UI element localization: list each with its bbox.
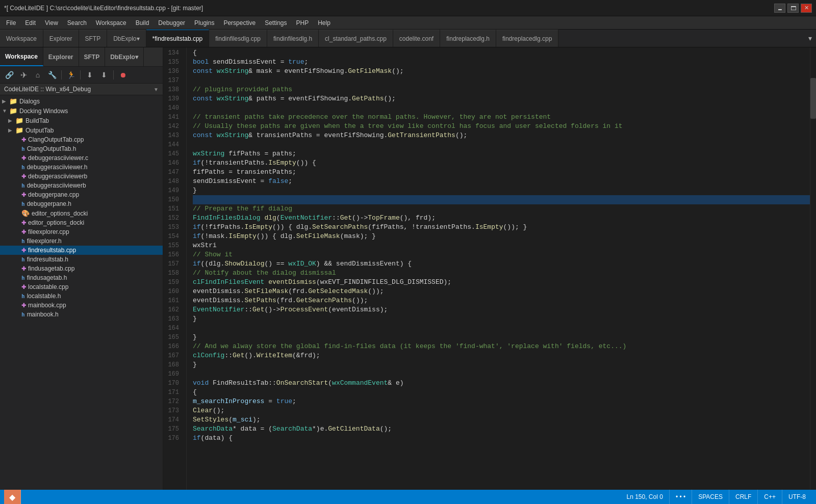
code-container: 1341351361371381391401411421431441451461… <box>163 47 816 490</box>
tree-item-findusagetab-h[interactable]: hfindusagetab.h <box>0 273 163 282</box>
minimize-button[interactable]: 🗕 <box>774 4 785 13</box>
menu-item-plugins[interactable]: Plugins <box>190 18 218 28</box>
tree-item-debuggerasciiviewer-c[interactable]: ✚debuggerasciiviewer.c <box>0 153 163 163</box>
tree-item-docking-windows[interactable]: ▼📁Docking Windows <box>0 106 163 116</box>
h-file-icon: h <box>21 311 25 318</box>
tab-codelite-conf[interactable]: codelite.conf <box>393 30 440 47</box>
workspace-dropdown[interactable]: CodeLiteIDE :: Win_x64_Debug ▼ <box>0 84 163 95</box>
menu-item-debugger[interactable]: Debugger <box>154 18 189 28</box>
tab-findinfilesdlg-h[interactable]: findinfilesdlg.h <box>267 30 319 47</box>
menu-item-search[interactable]: Search <box>63 18 91 28</box>
tree-item-label: mainbook.cpp <box>28 302 66 309</box>
tab-findreplacedlg-cpp[interactable]: findreplacedlg.cpp <box>496 30 558 47</box>
separator-3 <box>113 70 114 79</box>
tab-more-button[interactable]: ▾ <box>804 30 816 47</box>
code-line: // transient paths take precedence over … <box>193 113 810 122</box>
tree-item-fileexplorer-h[interactable]: hfileexplorer.h <box>0 236 163 246</box>
tree-item-outputtab[interactable]: ▶📁OutputTab <box>0 125 163 135</box>
tree-item-editor-options-docki[interactable]: 🎨editor_options_docki <box>0 208 163 218</box>
menu-item-edit[interactable]: Edit <box>21 18 40 28</box>
tree-item-clangoutputtab-h[interactable]: hClangOutputTab.h <box>0 144 163 153</box>
dots-status: • • • <box>670 490 692 504</box>
tree-item-label: ClangOutputTab.h <box>27 145 76 152</box>
tab--findresultstab-cpp[interactable]: *findresultstab.cpp <box>146 30 210 47</box>
menu-item-perspective[interactable]: Perspective <box>219 18 260 28</box>
maximize-button[interactable]: 🗖 <box>787 4 799 13</box>
tree-item-localstable-h[interactable]: hlocalstable.h <box>0 291 163 301</box>
tree-item-findusagetab-cpp[interactable]: ✚findusagetab.cpp <box>0 264 163 273</box>
run-icon[interactable]: 🏃 <box>65 69 77 81</box>
menu-item-file[interactable]: File <box>2 18 20 28</box>
cpp-file-icon: ✚ <box>21 192 26 198</box>
scrollbar[interactable] <box>810 47 816 490</box>
cpp-file-icon: ✚ <box>21 284 26 290</box>
scroll-thumb[interactable] <box>810 78 816 119</box>
menu-item-workspace[interactable]: Workspace <box>92 18 131 28</box>
stop-icon[interactable]: ⏺ <box>117 69 129 81</box>
tab-workspace[interactable]: Workspace <box>0 30 43 47</box>
code-line: } <box>193 360 810 369</box>
tree-item-fileexplorer-cpp[interactable]: ✚fileexplorer.cpp <box>0 227 163 236</box>
tree-item-label: editor_options_docki <box>28 219 84 226</box>
home-icon[interactable]: ⌂ <box>32 69 44 81</box>
menu-item-view[interactable]: View <box>41 18 62 28</box>
menu-item-help[interactable]: Help <box>314 18 335 28</box>
line-number: 138 <box>163 85 183 94</box>
multi-file-icon: 🎨 <box>21 209 30 217</box>
send-icon[interactable]: ✈ <box>17 69 30 81</box>
line-number: 144 <box>163 140 183 149</box>
tree-item-debuggerpane-cpp[interactable]: ✚debuggerpane.cpp <box>0 190 163 199</box>
code-line <box>193 76 810 85</box>
tab-cl-standard-paths-cpp[interactable]: cl_standard_paths.cpp <box>319 30 393 47</box>
tree-item-debuggerasciiviewerb[interactable]: ✚debuggerasciiviewerb <box>0 172 163 181</box>
tree-item-label: findresultstab.cpp <box>28 247 76 254</box>
tree-item-editor-options-docki[interactable]: ✚editor_options_docki <box>0 218 163 227</box>
line-number: 148 <box>163 177 183 186</box>
lang-status: C++ <box>758 490 782 504</box>
tab-dbexplo[interactable]: DbExplo▾ <box>105 47 144 66</box>
menu-item-settings[interactable]: Settings <box>261 18 291 28</box>
link-icon[interactable]: 🔗 <box>3 69 15 81</box>
code-line <box>193 103 810 113</box>
line-number: 176 <box>163 434 183 443</box>
tab-workspace[interactable]: Workspace <box>0 47 43 66</box>
editor-area: 1341351361371381391401411421431441451461… <box>163 47 816 490</box>
tab-sftp[interactable]: SFTP <box>79 30 108 47</box>
line-number: 165 <box>163 333 183 342</box>
tab-findreplacedlg-h[interactable]: findreplacedlg.h <box>440 30 496 47</box>
tab-explorer[interactable]: Explorer <box>43 30 79 47</box>
tab-findinfilesdlg-cpp[interactable]: findinfilesdlg.cpp <box>209 30 267 47</box>
tree-item-mainbook-h[interactable]: hmainbook.h <box>0 310 163 319</box>
tree-item-findresultstab-cpp[interactable]: ✚findresultstab.cpp <box>0 246 163 255</box>
tree-item-findresultstab-h[interactable]: hfindresultstab.h <box>0 255 163 264</box>
git-icon: ◆ <box>9 492 15 502</box>
download2-icon[interactable]: ⬇ <box>98 69 110 81</box>
tab-explorer[interactable]: Explorer <box>43 47 79 66</box>
title-bar-controls: 🗕 🗖 ✕ <box>774 4 812 13</box>
cpp-file-icon: ✚ <box>21 302 26 309</box>
tree-item-label: debuggerasciiviewerb <box>28 173 87 180</box>
tree-item-debuggerasciiviewerb[interactable]: hdebuggerasciiviewerb <box>0 181 163 190</box>
tree-item-debuggerasciiviewer-h[interactable]: hdebuggerasciiviewer.h <box>0 163 163 172</box>
tree-item-mainbook-cpp[interactable]: ✚mainbook.cpp <box>0 301 163 310</box>
download-icon[interactable]: ⬇ <box>84 69 96 81</box>
tree-item-dialogs[interactable]: ▶📁Dialogs <box>0 96 163 106</box>
close-button[interactable]: ✕ <box>801 4 812 13</box>
tree-item-debuggerpane-h[interactable]: hdebuggerpane.h <box>0 199 163 208</box>
title-bar-text: *[ CodeLiteIDE ] C:\src\codelite\LiteEdi… <box>4 5 203 12</box>
tree-item-clangoutputtab-cpp[interactable]: ✚ClangOutputTab.cpp <box>0 135 163 144</box>
tree-item-localstable-cpp[interactable]: ✚localstable.cpp <box>0 282 163 291</box>
tab-dbexplo-[interactable]: DbExplo▾ <box>107 30 146 47</box>
line-number: 162 <box>163 305 183 314</box>
code-line: const wxString& transientPaths = eventFi… <box>193 131 810 140</box>
settings-icon[interactable]: 🔧 <box>46 69 58 81</box>
tree-item-buildtab[interactable]: ▶📁BuildTab <box>0 116 163 125</box>
menu-item-build[interactable]: Build <box>132 18 154 28</box>
cpp-file-icon: ✚ <box>21 247 26 254</box>
h-file-icon: h <box>21 275 25 281</box>
line-number: 164 <box>163 324 183 333</box>
separator-1 <box>61 70 62 79</box>
tab-sftp[interactable]: SFTP <box>79 47 106 66</box>
menu-item-php[interactable]: PHP <box>292 18 313 28</box>
code-content[interactable]: { bool sendDismissEvent = true; const wx… <box>187 47 810 490</box>
